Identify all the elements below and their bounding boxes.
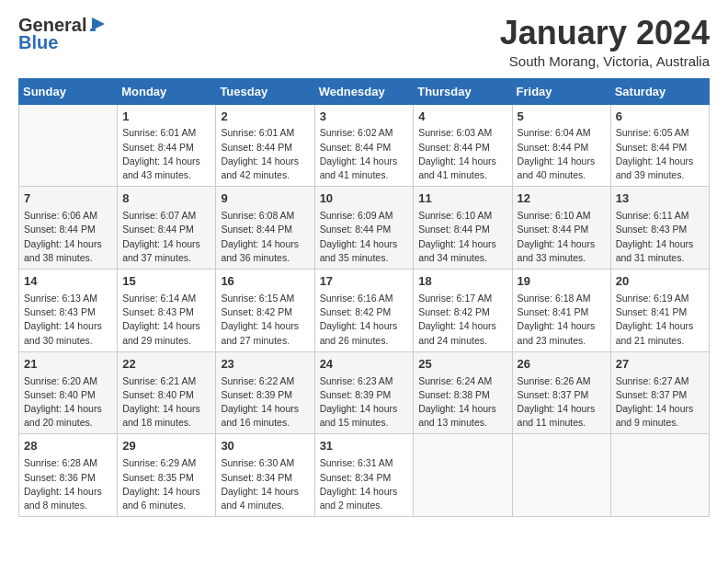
sunrise-text: Sunrise: 6:10 AM [418,210,492,221]
daylight-text: Daylight: 14 hours and 20 minutes. [24,403,102,428]
calendar-cell: 17Sunrise: 6:16 AMSunset: 8:42 PMDayligh… [314,270,414,352]
sunset-text: Sunset: 8:39 PM [221,389,292,400]
daylight-text: Daylight: 14 hours and 27 minutes. [221,320,299,345]
daylight-text: Daylight: 14 hours and 31 minutes. [616,238,694,263]
weekday-header: Tuesday [216,78,314,104]
calendar-cell: 23Sunrise: 6:22 AMSunset: 8:39 PMDayligh… [216,351,314,434]
day-number: 10 [320,190,409,208]
daylight-text: Daylight: 14 hours and 4 minutes. [221,486,299,511]
sunset-text: Sunset: 8:44 PM [221,224,292,235]
sunset-text: Sunset: 8:41 PM [518,306,589,317]
daylight-text: Daylight: 14 hours and 41 minutes. [418,155,496,180]
sunrise-text: Sunrise: 6:05 AM [616,127,689,138]
sunset-text: Sunset: 8:44 PM [616,142,688,153]
weekday-header: Sunday [19,78,118,104]
title-block: January 2024 South Morang, Victoria, Aus… [500,15,710,69]
sunrise-text: Sunrise: 6:29 AM [122,457,196,468]
daylight-text: Daylight: 14 hours and 33 minutes. [518,238,596,263]
day-number: 8 [122,190,210,208]
daylight-text: Daylight: 14 hours and 21 minutes. [616,320,694,345]
daylight-text: Daylight: 14 hours and 26 minutes. [320,320,398,345]
calendar-cell [512,434,610,517]
calendar-week-row: 1Sunrise: 6:01 AMSunset: 8:44 PMDaylight… [19,104,710,187]
calendar-cell: 18Sunrise: 6:17 AMSunset: 8:42 PMDayligh… [414,270,512,352]
day-number: 11 [418,190,506,208]
daylight-text: Daylight: 14 hours and 34 minutes. [418,238,496,263]
sunrise-text: Sunrise: 6:16 AM [320,293,393,304]
weekday-header-row: SundayMondayTuesdayWednesdayThursdayFrid… [19,78,710,104]
daylight-text: Daylight: 14 hours and 15 minutes. [320,403,398,428]
day-number: 2 [221,109,309,126]
day-number: 13 [616,190,704,208]
sunrise-text: Sunrise: 6:26 AM [518,375,591,386]
svg-rect-1 [90,29,96,31]
daylight-text: Daylight: 14 hours and 36 minutes. [221,238,299,263]
calendar-cell: 20Sunrise: 6:19 AMSunset: 8:41 PMDayligh… [610,270,709,352]
sunset-text: Sunset: 8:42 PM [320,306,392,317]
calendar-week-row: 28Sunrise: 6:28 AMSunset: 8:36 PMDayligh… [19,434,710,517]
daylight-text: Daylight: 14 hours and 41 minutes. [320,155,398,180]
daylight-text: Daylight: 14 hours and 11 minutes. [518,403,596,428]
sunset-text: Sunset: 8:44 PM [518,224,589,235]
day-number: 19 [518,273,606,291]
calendar-cell: 28Sunrise: 6:28 AMSunset: 8:36 PMDayligh… [19,434,118,517]
sunrise-text: Sunrise: 6:11 AM [616,210,689,221]
sunrise-text: Sunrise: 6:15 AM [221,293,294,304]
daylight-text: Daylight: 14 hours and 40 minutes. [518,155,596,180]
sunrise-text: Sunrise: 6:20 AM [24,375,97,386]
logo-blue: Blue [18,32,58,53]
calendar-cell: 15Sunrise: 6:14 AMSunset: 8:43 PMDayligh… [118,270,216,352]
sunrise-text: Sunrise: 6:27 AM [616,375,689,386]
calendar-cell: 29Sunrise: 6:29 AMSunset: 8:35 PMDayligh… [118,434,216,517]
daylight-text: Daylight: 14 hours and 35 minutes. [320,238,398,263]
sunrise-text: Sunrise: 6:13 AM [24,293,97,304]
logo: General Blue [18,15,108,53]
weekday-header: Friday [512,78,610,104]
sunset-text: Sunset: 8:38 PM [418,389,490,400]
day-number: 20 [616,273,704,291]
calendar-cell: 16Sunrise: 6:15 AMSunset: 8:42 PMDayligh… [216,270,314,352]
day-number: 3 [320,109,409,126]
day-number: 9 [221,190,309,208]
sunset-text: Sunset: 8:37 PM [518,389,589,400]
sunrise-text: Sunrise: 6:08 AM [221,210,294,221]
day-number: 5 [518,109,606,126]
calendar-cell: 19Sunrise: 6:18 AMSunset: 8:41 PMDayligh… [512,270,610,352]
daylight-text: Daylight: 14 hours and 8 minutes. [24,486,102,511]
daylight-text: Daylight: 14 hours and 16 minutes. [221,403,299,428]
calendar-cell [414,434,512,517]
sunrise-text: Sunrise: 6:23 AM [320,375,393,386]
sunset-text: Sunset: 8:42 PM [221,306,292,317]
calendar-cell: 26Sunrise: 6:26 AMSunset: 8:37 PMDayligh… [512,351,610,434]
calendar-cell: 14Sunrise: 6:13 AMSunset: 8:43 PMDayligh… [19,270,118,352]
calendar-cell: 8Sunrise: 6:07 AMSunset: 8:44 PMDaylight… [118,187,216,270]
sunrise-text: Sunrise: 6:22 AM [221,375,294,386]
calendar-cell: 22Sunrise: 6:21 AMSunset: 8:40 PMDayligh… [118,351,216,434]
sunrise-text: Sunrise: 6:18 AM [518,293,591,304]
sunset-text: Sunset: 8:43 PM [122,306,194,317]
sunrise-text: Sunrise: 6:03 AM [418,127,492,138]
calendar-cell: 31Sunrise: 6:31 AMSunset: 8:34 PMDayligh… [314,434,414,517]
sunrise-text: Sunrise: 6:01 AM [122,127,196,138]
calendar-table: SundayMondayTuesdayWednesdayThursdayFrid… [18,78,710,518]
weekday-header: Thursday [414,78,512,104]
weekday-header: Wednesday [314,78,414,104]
daylight-text: Daylight: 14 hours and 39 minutes. [616,155,694,180]
calendar-cell: 11Sunrise: 6:10 AMSunset: 8:44 PMDayligh… [414,187,512,270]
calendar-cell: 30Sunrise: 6:30 AMSunset: 8:34 PMDayligh… [216,434,314,517]
calendar-week-row: 14Sunrise: 6:13 AMSunset: 8:43 PMDayligh… [19,270,710,352]
sunset-text: Sunset: 8:43 PM [616,224,688,235]
day-number: 24 [320,356,409,373]
day-number: 22 [122,356,210,373]
day-number: 25 [418,356,506,373]
calendar-cell: 27Sunrise: 6:27 AMSunset: 8:37 PMDayligh… [610,351,709,434]
sunrise-text: Sunrise: 6:24 AM [418,375,492,386]
day-number: 29 [122,438,210,455]
day-number: 14 [24,273,112,291]
sunset-text: Sunset: 8:42 PM [418,306,490,317]
sunset-text: Sunset: 8:39 PM [320,389,392,400]
calendar-cell: 4Sunrise: 6:03 AMSunset: 8:44 PMDaylight… [414,104,512,187]
sunset-text: Sunset: 8:40 PM [24,389,96,400]
sunrise-text: Sunrise: 6:30 AM [221,457,294,468]
weekday-header: Saturday [610,78,709,104]
